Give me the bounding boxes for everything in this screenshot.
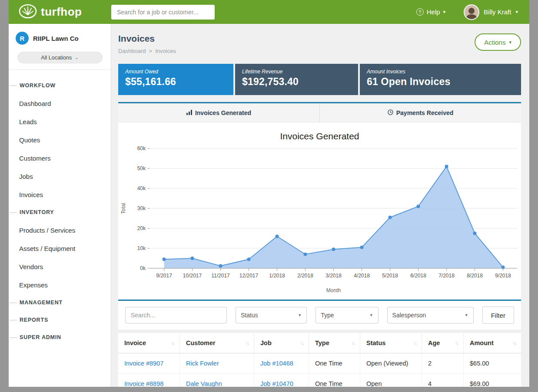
breadcrumb-invoices[interactable]: Invoices: [155, 48, 176, 54]
svg-text:1/2018: 1/2018: [269, 273, 285, 279]
column-header-customer[interactable]: Customer↑↓: [180, 333, 254, 353]
tree-dash-icon: [10, 86, 17, 86]
cell-link-invoice[interactable]: Invoice #8907: [118, 353, 180, 373]
table-body: Invoice #8907Rick FowlerJob #10468One Ti…: [118, 353, 521, 387]
sort-icon[interactable]: ↑↓: [413, 340, 416, 346]
cell-link-job[interactable]: Job #10470: [254, 374, 309, 387]
sort-icon[interactable]: ↑↓: [455, 340, 458, 346]
sort-icon[interactable]: ↑↓: [171, 340, 174, 346]
column-header-age[interactable]: Age↑↓: [422, 333, 464, 353]
svg-text:0k: 0k: [140, 265, 146, 271]
sidebar-section-inventory[interactable]: INVENTORY: [9, 204, 111, 221]
table-search-input[interactable]: [125, 307, 227, 323]
cell-age: 2: [422, 353, 464, 373]
svg-text:9/2018: 9/2018: [495, 273, 511, 279]
help-menu[interactable]: ? Help ▾: [416, 8, 445, 16]
invoices-generated-chart: 0k10k20k30k40k50k60k9/201710/201711/2017…: [118, 142, 521, 295]
filter-button[interactable]: Filter: [482, 306, 514, 324]
stat-amount-owed: Amount Owed $55,161.66: [118, 64, 233, 95]
salesperson-select[interactable]: Salesperson ▼: [387, 307, 474, 323]
sidebar-item-invoices[interactable]: Invoices: [9, 185, 111, 204]
table-header-row: Invoice↑↓Customer↑↓Job↑↓Type↑↓Status↑↓Ag…: [118, 333, 521, 353]
caret-down-icon: ▼: [298, 313, 302, 317]
tab-invoices-generated[interactable]: Invoices Generated: [118, 103, 319, 122]
sidebar-item-expenses[interactable]: Expenses: [9, 276, 111, 294]
chart-tabs: Invoices Generated Payments Received: [118, 102, 521, 122]
sidebar-section-super-admin[interactable]: SUPER ADMIN: [9, 329, 111, 346]
cell-status: Open (Viewed): [360, 353, 422, 373]
cell-amount: $69.00: [464, 374, 521, 387]
main-content: Invoices Dashboard > Invoices Actions ▾ …: [111, 24, 529, 387]
cell-type: One Time: [309, 374, 360, 387]
tree-dash-icon: [10, 337, 17, 338]
chevron-down-icon: ⌄: [75, 56, 78, 60]
breadcrumb-dashboard[interactable]: Dashboard: [118, 48, 146, 54]
global-search-input[interactable]: [111, 5, 215, 20]
sidebar-section-workflow[interactable]: WORKFLOW: [9, 77, 111, 94]
user-menu[interactable]: Billy Kraft ▾: [464, 4, 518, 20]
sidebar-item-assets-equipment[interactable]: Assets / Equipment: [9, 239, 111, 257]
cell-type: One Time: [309, 353, 360, 373]
column-header-job[interactable]: Job↑↓: [254, 333, 309, 353]
column-header-status[interactable]: Status↑↓: [360, 333, 422, 353]
bar-chart-icon: [186, 109, 192, 116]
tree-dash-icon: [10, 303, 17, 303]
sort-icon[interactable]: ↑↓: [513, 340, 516, 346]
type-select[interactable]: Type ▼: [315, 307, 378, 323]
svg-text:Total: Total: [120, 203, 126, 214]
cell-link-customer[interactable]: Rick Fowler: [180, 353, 254, 373]
svg-text:40k: 40k: [137, 185, 146, 191]
svg-text:6/2018: 6/2018: [410, 273, 426, 279]
svg-text:12/2017: 12/2017: [239, 273, 259, 279]
brand-name: turfhop: [41, 5, 82, 19]
tree-dash-icon: [10, 212, 17, 213]
sort-icon[interactable]: ↑↓: [352, 340, 355, 346]
column-header-invoice[interactable]: Invoice↑↓: [118, 333, 180, 353]
sidebar-item-products-services[interactable]: Products / Services: [9, 221, 111, 239]
caret-down-icon: ▾: [509, 40, 511, 45]
company-name: RIIPL Lawn Co: [33, 35, 79, 42]
cell-status: Open: [360, 374, 422, 387]
sidebar-section-reports[interactable]: REPORTS: [9, 311, 111, 329]
caret-down-icon: ▾: [443, 10, 446, 14]
app-window: turfhop ? Help ▾ Billy Kraft ▾ R RIIPL L…: [9, 0, 529, 387]
cell-link-job[interactable]: Job #10468: [254, 353, 309, 373]
brand[interactable]: turfhop: [9, 3, 111, 21]
svg-text:3/2018: 3/2018: [325, 273, 342, 279]
svg-text:7/2018: 7/2018: [438, 273, 455, 279]
column-header-type[interactable]: Type↑↓: [309, 333, 360, 353]
svg-text:60k: 60k: [137, 145, 146, 152]
tree-dash-icon: [10, 320, 17, 320]
caret-down-icon: ▼: [369, 313, 373, 317]
sidebar-item-leads[interactable]: Leads: [9, 112, 111, 131]
cell-link-invoice[interactable]: Invoice #8898: [118, 374, 180, 387]
table-filter-bar: Status ▼ Type ▼ Salesperson ▼ Filter: [118, 300, 521, 329]
sidebar-item-dashboard[interactable]: Dashboard: [9, 94, 111, 112]
tab-payments-received[interactable]: Payments Received: [319, 103, 521, 122]
sidebar-item-vendors[interactable]: Vendors: [9, 257, 111, 276]
top-navbar: turfhop ? Help ▾ Billy Kraft ▾: [9, 0, 529, 24]
help-icon: ?: [416, 8, 424, 16]
cell-link-customer[interactable]: Dale Vaughn: [180, 374, 254, 387]
invoices-table: Invoice↑↓Customer↑↓Job↑↓Type↑↓Status↑↓Ag…: [118, 333, 521, 387]
navbar-right: ? Help ▾ Billy Kraft ▾: [416, 4, 529, 20]
sidebar-item-quotes[interactable]: Quotes: [9, 131, 111, 149]
stat-lifetime-revenue: Lifetime Revenue $192,753.40: [235, 64, 358, 95]
svg-text:50k: 50k: [137, 165, 146, 171]
sidebar-section-management[interactable]: MANAGEMENT: [9, 294, 111, 311]
sidebar-item-jobs[interactable]: Jobs: [9, 167, 111, 185]
company-header: R RIIPL Lawn Co: [9, 24, 111, 49]
turfhop-logo-icon: [18, 3, 37, 21]
column-header-amount[interactable]: Amount↑↓: [464, 333, 521, 353]
user-name: Billy Kraft: [484, 8, 511, 16]
cell-age: 4: [422, 374, 464, 387]
sort-icon[interactable]: ↑↓: [246, 340, 249, 346]
breadcrumb-separator: >: [149, 48, 153, 54]
actions-button[interactable]: Actions ▾: [475, 33, 521, 51]
all-locations-dropdown[interactable]: All Locations ⌄: [17, 52, 103, 63]
status-select[interactable]: Status ▼: [236, 307, 307, 323]
sort-icon[interactable]: ↑↓: [300, 340, 303, 346]
sidebar-item-customers[interactable]: Customers: [9, 149, 111, 167]
svg-text:5/2018: 5/2018: [382, 273, 398, 279]
sidebar-nav: WORKFLOWDashboardLeadsQuotesCustomersJob…: [9, 70, 111, 346]
